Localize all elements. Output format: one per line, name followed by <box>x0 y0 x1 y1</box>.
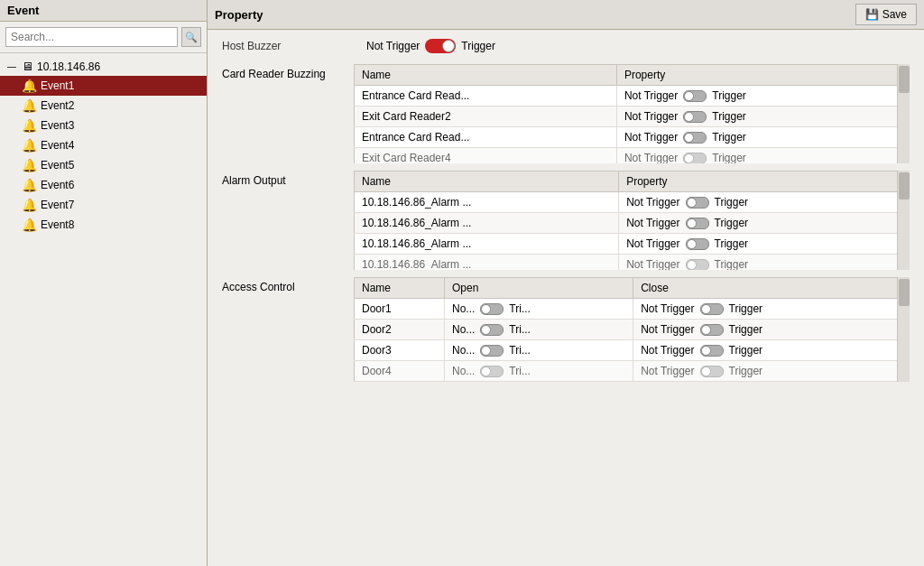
ac-col-close: Close <box>633 278 910 299</box>
event2-label: Event2 <box>41 99 74 112</box>
card-reader-col-name: Name <box>355 65 617 86</box>
access-control-table-scroll[interactable]: Name Open Close Door1 <box>354 277 910 382</box>
alarm-output-table-wrapper: Name Property 10.18.146.86_Alarm ... N <box>354 171 910 270</box>
alarm-toggle-1[interactable] <box>686 197 709 209</box>
host-buzzer-not-trigger-label: Not Trigger <box>366 40 420 52</box>
left-panel-title: Event <box>0 0 207 22</box>
ac-row2-close: Not Trigger Trigger <box>633 320 910 340</box>
tree-server-node[interactable]: — 🖥 10.18.146.86 <box>0 57 207 76</box>
ac-scrollbar[interactable] <box>897 277 910 382</box>
tree-event2-node[interactable]: 🔔 Event2 <box>0 96 207 116</box>
alarm-output-table-scroll[interactable]: Name Property 10.18.146.86_Alarm ... N <box>354 171 910 270</box>
alarm-output-col-property: Property <box>619 172 910 192</box>
ac-open-toggle-1[interactable] <box>480 303 504 315</box>
table-row: 10.18.146.86_Alarm ... Not Trigger Trigg… <box>355 234 910 255</box>
table-row: Entrance Card Read... Not Trigger Trigge… <box>355 86 910 107</box>
ac-col-name: Name <box>355 278 445 299</box>
right-panel: Property 💾 Save Host Buzzer Not Trigger … <box>208 0 924 566</box>
ac-row1-close: Not Trigger Trigger <box>633 299 910 320</box>
alarm-row1-name: 10.18.146.86_Alarm ... <box>355 192 619 213</box>
alarm-scrollbar-thumb <box>899 172 910 199</box>
alarm-scrollbar[interactable] <box>897 171 910 270</box>
tree-event5-node[interactable]: 🔔 Event5 <box>0 155 207 175</box>
ac-row4-close: Not Trigger Trigger <box>633 361 910 382</box>
host-buzzer-toggle[interactable] <box>425 39 456 53</box>
alarm-row1-property: Not Trigger Trigger <box>619 192 910 213</box>
tree-event4-node[interactable]: 🔔 Event4 <box>0 135 207 155</box>
bell-icon-event7: 🔔 <box>22 198 37 212</box>
table-row: Exit Card Reader2 Not Trigger Trigger <box>355 107 910 127</box>
card-reader-row3-property: Not Trigger Trigger <box>616 127 909 148</box>
tree-toggle-icon: — <box>7 61 18 71</box>
table-row: Door3 No... Tri... <box>355 340 910 361</box>
ac-close-toggle-4[interactable] <box>700 366 724 377</box>
card-reader-row4-property: Not Trigger Trigger <box>616 148 909 164</box>
tree-event3-node[interactable]: 🔔 Event3 <box>0 116 207 135</box>
bell-icon-event5: 🔔 <box>22 158 37 172</box>
bell-icon-event6: 🔔 <box>22 178 37 192</box>
table-row: Entrance Card Read... Not Trigger Trigge… <box>355 127 910 148</box>
card-reader-row1-property: Not Trigger Trigger <box>616 86 909 107</box>
event3-label: Event3 <box>41 119 74 132</box>
host-buzzer-toggle-group: Not Trigger Trigger <box>366 39 495 53</box>
card-reader-scrollbar[interactable] <box>897 64 910 163</box>
ac-close-toggle-3[interactable] <box>700 345 724 357</box>
ac-col-open: Open <box>445 278 633 299</box>
alarm-output-col-name: Name <box>355 172 619 192</box>
host-buzzer-row: Host Buzzer Not Trigger Trigger <box>222 39 910 53</box>
ac-open-toggle-3[interactable] <box>480 345 504 357</box>
card-reader-row2-name: Exit Card Reader2 <box>355 107 617 127</box>
card-reader-toggle-1[interactable] <box>683 90 707 102</box>
tree-event1-node[interactable]: 🔔 Event1 <box>0 76 207 96</box>
event7-label: Event7 <box>41 199 74 211</box>
ac-scrollbar-thumb <box>899 279 910 306</box>
access-control-table: Name Open Close Door1 <box>354 277 910 382</box>
bell-icon-event1: 🔔 <box>22 79 37 93</box>
ac-open-toggle-2[interactable] <box>480 324 504 336</box>
tree-event7-node[interactable]: 🔔 Event7 <box>0 195 207 215</box>
table-row: Exit Card Reader4 Not Trigger Trigger <box>355 148 910 164</box>
bell-icon-event4: 🔔 <box>22 138 37 153</box>
ac-open-toggle-4[interactable] <box>480 366 504 377</box>
search-input[interactable] <box>5 27 178 47</box>
save-button[interactable]: 💾 Save <box>855 4 917 25</box>
alarm-toggle-3[interactable] <box>686 238 709 250</box>
tree-event6-node[interactable]: 🔔 Event6 <box>0 175 207 195</box>
ac-row3-name: Door3 <box>355 340 445 361</box>
table-row: Door2 No... Tri... <box>355 320 910 340</box>
alarm-row3-property: Not Trigger Trigger <box>619 234 910 255</box>
table-row: Door1 No... Tri... <box>355 299 910 320</box>
alarm-row2-property: Not Trigger Trigger <box>619 213 910 234</box>
search-button[interactable]: 🔍 <box>181 27 201 47</box>
access-control-label: Access Control <box>222 281 295 293</box>
server-label: 10.18.146.86 <box>37 60 100 73</box>
alarm-toggle-4[interactable] <box>686 259 709 271</box>
property-content: Host Buzzer Not Trigger Trigger Card Rea… <box>208 30 924 566</box>
card-reader-table-scroll[interactable]: Name Property Entrance Card Read... No <box>354 64 910 163</box>
alarm-output-label: Alarm Output <box>222 174 286 187</box>
ac-row1-name: Door1 <box>355 299 445 320</box>
card-reader-row2-property: Not Trigger Trigger <box>616 107 909 127</box>
ac-row4-open: No... Tri... <box>445 361 633 382</box>
card-reader-toggle-4[interactable] <box>683 153 707 164</box>
card-reader-toggle-2[interactable] <box>683 111 707 123</box>
tree-container: — 🖥 10.18.146.86 🔔 Event1 🔔 Event2 🔔 Eve… <box>0 53 207 566</box>
event1-label: Event1 <box>41 79 74 92</box>
event6-label: Event6 <box>41 179 74 191</box>
access-control-section-label: Access Control <box>222 277 339 382</box>
right-panel-header: Property 💾 Save <box>208 0 924 30</box>
access-control-table-wrapper: Name Open Close Door1 <box>354 277 910 382</box>
server-icon: 🖥 <box>22 60 33 73</box>
alarm-output-table: Name Property 10.18.146.86_Alarm ... N <box>354 171 910 270</box>
bell-icon-event3: 🔔 <box>22 118 37 133</box>
tree-event8-node[interactable]: 🔔 Event8 <box>0 215 207 235</box>
save-label: Save <box>882 8 907 21</box>
card-reader-toggle-3[interactable] <box>683 132 707 144</box>
alarm-toggle-2[interactable] <box>686 218 709 229</box>
ac-close-toggle-2[interactable] <box>700 324 724 336</box>
search-bar: 🔍 <box>0 22 207 53</box>
alarm-output-section-label: Alarm Output <box>222 171 339 270</box>
table-row: Door4 No... Tri... <box>355 361 910 382</box>
ac-close-toggle-1[interactable] <box>700 303 724 315</box>
alarm-row3-name: 10.18.146.86_Alarm ... <box>355 234 619 255</box>
